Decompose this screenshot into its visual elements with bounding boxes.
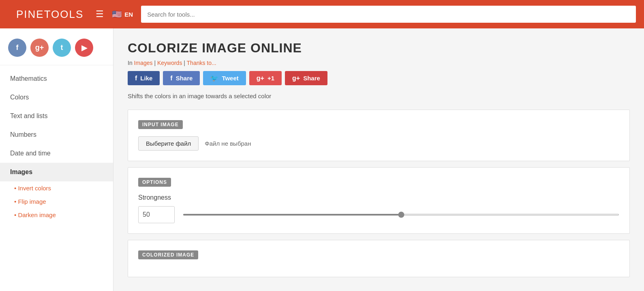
sidebar-item-mathematics[interactable]: Mathematics — [0, 69, 113, 88]
facebook-like-button[interactable]: f Like — [128, 71, 160, 85]
strongness-row — [138, 206, 619, 223]
input-image-section: INPUT IMAGE Выберите файл Файл не выбран — [128, 110, 630, 161]
layout: f g+ t ▶ Mathematics Colors Text and lis… — [0, 28, 644, 291]
file-name-display: Файл не выбран — [205, 140, 251, 147]
flag-icon: 🇺🇸 — [112, 9, 122, 19]
language-label: EN — [124, 11, 133, 18]
sidebar-item-images[interactable]: Images — [0, 163, 113, 181]
facebook-like-icon: f — [135, 75, 137, 82]
google-share-icon: g+ — [292, 75, 300, 82]
breadcrumb: In Images | Keywords | Thanks to... — [128, 60, 630, 66]
sidebar-item-colors[interactable]: Colors — [0, 88, 113, 107]
google-share-button[interactable]: g+ Share — [285, 71, 327, 85]
search-input[interactable] — [141, 6, 636, 23]
sidebar-item-numbers[interactable]: Numbers — [0, 125, 113, 144]
header: PINETOOLS ☰ 🇺🇸 EN — [0, 0, 644, 28]
file-input-area: Выберите файл Файл не выбран — [138, 136, 619, 151]
options-section: OPTIONS Strongness — [128, 167, 630, 234]
page-description: Shifts the colors in an image towards a … — [128, 93, 630, 99]
facebook-like-label: Like — [140, 75, 152, 82]
breadcrumb-keywords-link[interactable]: Keywords — [157, 60, 182, 66]
language-selector[interactable]: 🇺🇸 EN — [112, 9, 133, 19]
file-choose-button[interactable]: Выберите файл — [138, 136, 199, 151]
sidebar-item-date-and-time[interactable]: Date and time — [0, 144, 113, 163]
breadcrumb-prefix: In — [128, 60, 133, 66]
facebook-share-button[interactable]: f Share — [163, 71, 200, 85]
strongness-label: Strongness — [138, 194, 619, 201]
google-plus1-label: +1 — [267, 75, 274, 82]
facebook-icon[interactable]: f — [8, 39, 26, 57]
facebook-share-icon: f — [170, 75, 172, 82]
google-plus1-button[interactable]: g+ +1 — [249, 71, 282, 85]
twitter-tweet-button[interactable]: 🐦 Tweet — [203, 71, 246, 85]
breadcrumb-images-link[interactable]: Images — [134, 60, 153, 66]
options-label: OPTIONS — [138, 178, 171, 187]
youtube-icon[interactable]: ▶ — [75, 39, 93, 57]
strongness-slider[interactable] — [183, 214, 619, 216]
social-buttons-row: f Like f Share 🐦 Tweet g+ +1 g+ Share — [128, 71, 630, 85]
sidebar-item-text-and-lists[interactable]: Text and lists — [0, 107, 113, 125]
social-icons-group: f g+ t ▶ — [0, 34, 113, 65]
sidebar-subitem-darken-image[interactable]: Darken image — [0, 208, 113, 222]
breadcrumb-thanks-link[interactable]: Thanks to... — [187, 60, 216, 66]
twitter-tweet-label: Tweet — [222, 75, 238, 82]
main-content: COLORIZE IMAGE ONLINE In Images | Keywor… — [113, 28, 644, 291]
twitter-icon[interactable]: t — [53, 39, 71, 57]
colorized-image-label: COLORIZED IMAGE — [138, 250, 198, 259]
sidebar-subitem-invert-colors[interactable]: Invert colors — [0, 181, 113, 195]
page-title: COLORIZE IMAGE ONLINE — [128, 41, 630, 56]
twitter-tweet-icon: 🐦 — [210, 74, 218, 82]
logo: PINETOOLS — [16, 8, 83, 21]
sidebar: f g+ t ▶ Mathematics Colors Text and lis… — [0, 28, 113, 291]
logo-light: TOOLS — [44, 8, 84, 20]
hamburger-menu-icon[interactable]: ☰ — [96, 9, 104, 19]
input-image-label: INPUT IMAGE — [138, 120, 183, 129]
google-share-label: Share — [303, 75, 320, 82]
google-plus-icon[interactable]: g+ — [30, 39, 49, 57]
facebook-share-label: Share — [176, 75, 193, 82]
sidebar-subitem-flip-image[interactable]: Flip image — [0, 195, 113, 208]
strongness-input[interactable] — [138, 206, 175, 223]
google-plus1-icon: g+ — [257, 75, 264, 82]
colorized-image-section: COLORIZED IMAGE — [128, 240, 630, 277]
logo-bold: PINE — [16, 8, 44, 20]
